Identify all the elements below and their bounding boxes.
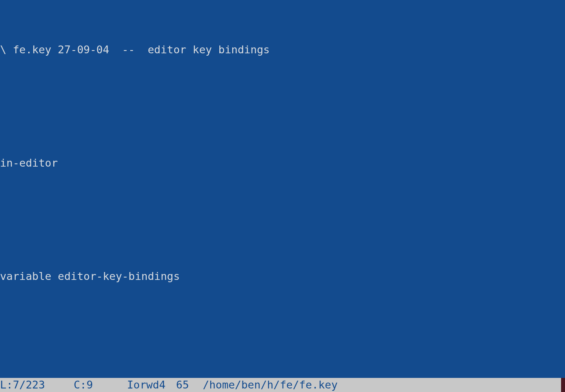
blank-line	[0, 99, 565, 113]
status-column-number: C:9	[74, 378, 127, 392]
editor-viewport[interactable]: \ fe.key 27-09-04 -- editor key bindings…	[0, 0, 565, 378]
status-bar: L:7/223 C:9 Iorwd4 65 /home/ben/h/fe/fe.…	[0, 378, 565, 392]
variable-declaration: variable editor-key-bindings	[0, 269, 565, 283]
status-line-number: L:7/223	[0, 378, 74, 392]
blank-line	[0, 213, 565, 227]
status-file-path: /home/ben/h/fe/fe.key	[203, 378, 338, 392]
file-header-comment: \ fe.key 27-09-04 -- editor key bindings	[0, 43, 565, 57]
mode-declaration: in-editor	[0, 156, 565, 170]
blank-line	[0, 326, 565, 340]
status-right-cap	[561, 378, 565, 392]
status-mode: Iorwd4	[127, 378, 176, 392]
status-extra: 65	[176, 378, 203, 392]
